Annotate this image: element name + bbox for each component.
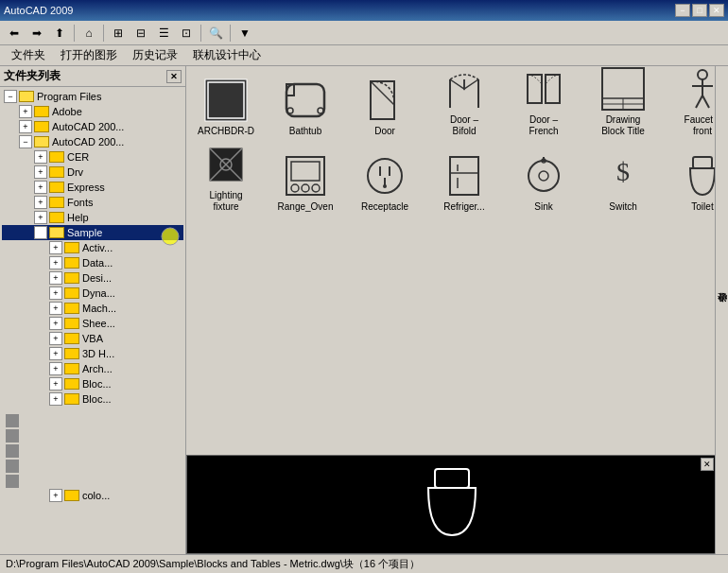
tree-fonts[interactable]: + Fonts [2,195,183,210]
toggle-cer[interactable]: + [34,150,47,164]
toolbar-separator-2 [103,25,104,42]
tree-arch[interactable]: + Arch... [2,361,183,376]
tree-bloc1[interactable]: + Bloc... [2,376,183,391]
sidebar-icon-5[interactable] [6,475,19,488]
icon-receptacle[interactable]: Receptacle [349,146,421,217]
close-button[interactable]: ✕ [709,4,724,17]
sidebar-icon-4[interactable] [6,460,19,473]
tree-shee[interactable]: + Shee... [2,316,183,331]
toggle-3dh[interactable]: + [49,347,62,360]
back-button[interactable]: ⬅ [4,23,25,43]
icon-drawing-block[interactable]: DrawingBlock Title [587,70,659,142]
icon-door[interactable]: Door [349,70,421,142]
sidebar-icon-3[interactable] [6,444,19,458]
toggle-bloc2[interactable]: + [49,392,62,406]
toggle-dyna[interactable]: + [49,286,62,300]
toggle-bloc1[interactable]: + [49,377,62,391]
icon-bathtub[interactable]: Bathtub [269,70,341,142]
toggle-desi[interactable]: + [49,271,62,285]
view-btn-4[interactable]: ⊡ [176,23,197,43]
range-oven-image [282,152,329,200]
svg-point-16 [698,70,707,79]
tree-desi[interactable]: + Desi... [2,270,183,286]
toggle-colo[interactable]: + [49,489,62,502]
tree-drv[interactable]: + Drv [2,165,183,180]
view-btn-3[interactable]: ☰ [153,23,174,43]
svg-point-34 [302,184,309,192]
tree-data[interactable]: + Data... [2,255,183,270]
tree-label-mach: Mach... [82,303,116,314]
tree-vba[interactable]: + VBA [2,331,183,346]
tree-activ[interactable]: + Activ... [2,240,183,255]
icon-sink[interactable]: Sink [508,146,580,217]
toggle-arch[interactable]: + [49,362,62,375]
search-button[interactable]: 🔍 [205,23,226,43]
tree-sample[interactable]: − Sample [2,225,183,240]
refrigerator-image [441,152,488,200]
home-button[interactable]: ⌂ [78,23,99,43]
view-btn-1[interactable]: ⊞ [108,23,129,43]
tree-adobe[interactable]: + Adobe [2,104,183,119]
toggle-autocad2[interactable]: − [19,135,32,148]
icon-lighting[interactable]: Lightingfixture [190,146,262,217]
view-btn-2[interactable]: ⊟ [130,23,151,43]
menu-open-drawing[interactable]: 打开的图形 [53,45,125,65]
tree-autocad2[interactable]: − AutoCAD 200... [2,134,183,149]
menu-online[interactable]: 联机设计中心 [185,45,269,65]
up-button[interactable]: ⬆ [49,23,70,43]
sidebar-close-button[interactable]: ✕ [166,70,182,83]
toggle-drv[interactable]: + [34,165,47,179]
sidebar-icon-2[interactable] [6,429,19,443]
icon-refrigerator[interactable]: Refriger... [428,146,500,217]
dropdown-button[interactable]: ▼ [234,23,255,43]
toggle-autocad1[interactable]: + [19,120,32,133]
tree-3dh[interactable]: + 3D H... [2,346,183,361]
preview-close-button[interactable]: ✕ [701,458,714,471]
tree-root[interactable]: − Program Files [2,89,183,104]
forward-button[interactable]: ➡ [26,23,47,43]
toggle-fonts[interactable]: + [34,196,47,209]
icon-door-bifold[interactable]: Door –Bifold [428,70,500,142]
title-text: AutoCAD 2009 [4,5,73,16]
toggle-help[interactable]: + [34,211,47,224]
tree-bloc2[interactable]: + Bloc... [2,391,183,407]
sidebar-icon-1[interactable] [6,414,19,427]
folder-icon-bloc2 [64,393,79,405]
icon-door-french[interactable]: Door –French [508,70,580,142]
file-tree[interactable]: − Program Files + Adobe + AutoCAD 200...… [0,87,185,554]
toggle-mach[interactable]: + [49,302,62,315]
icon-archbdr-d[interactable]: ARCHBDR-D [190,70,262,142]
toilet-preview-svg [414,464,490,545]
tree-help[interactable]: + Help [2,210,183,225]
icon-range-oven[interactable]: Range_Oven [269,146,341,217]
svg-rect-10 [528,75,542,103]
door-image [361,77,408,124]
toggle-adobe[interactable]: + [19,105,32,118]
tree-autocad1[interactable]: + AutoCAD 200... [2,119,183,134]
icon-switch[interactable]: $ Switch [587,146,659,217]
svg-rect-32 [291,162,320,181]
toggle-shee[interactable]: + [49,317,62,330]
toggle-vba[interactable]: + [49,332,62,345]
minimize-button[interactable]: − [675,4,690,17]
switch-image: $ [599,152,647,200]
folder-icon-mach [64,303,79,314]
toggle-sample[interactable]: − [34,226,47,239]
tree-dyna[interactable]: + Dyna... [2,286,183,301]
toggle-express[interactable]: + [34,181,47,194]
svg-rect-50 [693,157,712,168]
menu-folder[interactable]: 文件夹 [4,45,53,65]
svg-point-46 [539,171,548,181]
toggle-root[interactable]: − [4,90,17,103]
toggle-data[interactable]: + [49,256,62,269]
tree-cer[interactable]: + CER [2,149,183,165]
tree-express[interactable]: + Express [2,180,183,195]
toggle-activ[interactable]: + [49,241,62,254]
menu-history[interactable]: 历史记录 [125,45,185,65]
tree-mach[interactable]: + Mach... [2,301,183,316]
door-french-image [520,66,567,113]
svg-point-45 [529,161,559,191]
svg-rect-0 [205,79,247,121]
tree-colo[interactable]: + colo... [2,488,183,503]
maximize-button[interactable]: □ [692,4,707,17]
